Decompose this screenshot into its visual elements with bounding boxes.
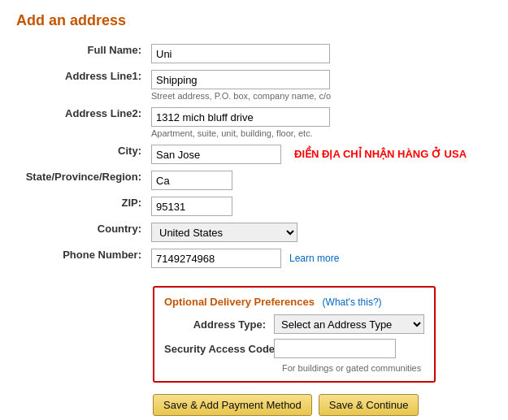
address-line2-hint: Apartment, suite, unit, building, floor,…	[151, 128, 487, 138]
zip-input[interactable]	[151, 197, 232, 216]
security-code-hint: For buildings or gated communities	[282, 363, 424, 373]
full-name-label: Full Name:	[16, 41, 146, 67]
security-code-label: Security Access Code:	[164, 343, 274, 355]
address-type-select[interactable]: Select an Address Type	[274, 314, 424, 334]
optional-delivery-box: Optional Delivery Preferences (What's th…	[153, 286, 436, 383]
save-continue-button[interactable]: Save & Continue	[319, 394, 419, 416]
full-name-input[interactable]	[151, 44, 330, 63]
save-add-payment-button[interactable]: Save & Add Payment Method	[153, 394, 312, 416]
address-line1-hint: Street address, P.O. box, company name, …	[151, 91, 487, 101]
address-type-row: Address Type: Select an Address Type	[164, 314, 424, 334]
whats-this-link[interactable]: (What's this?)	[323, 297, 382, 308]
annotation-usa: ĐIỀN ĐỊA CHỈ NHẬN HÀNG Ở USA	[294, 148, 467, 162]
security-code-input[interactable]	[274, 339, 396, 358]
city-input[interactable]	[151, 145, 281, 164]
security-code-row: Security Access Code:	[164, 339, 424, 358]
buttons-row: Save & Add Payment Method Save & Continu…	[153, 394, 492, 416]
city-label: City:	[16, 141, 146, 167]
address-type-label: Address Type:	[164, 318, 274, 331]
phone-label: Phone Number:	[16, 245, 146, 271]
state-label: State/Province/Region:	[16, 167, 146, 193]
optional-title: Optional Delivery Preferences (What's th…	[164, 296, 424, 308]
address-line1-label: Address Line1:	[16, 67, 146, 104]
country-select[interactable]: United States	[151, 223, 297, 242]
page-title: Add an address	[16, 12, 492, 29]
state-input[interactable]	[151, 171, 232, 190]
address-line1-input[interactable]	[151, 70, 330, 89]
zip-label: ZIP:	[16, 193, 146, 219]
country-label: Country:	[16, 219, 146, 245]
address-line2-label: Address Line2:	[16, 104, 146, 141]
phone-input[interactable]	[151, 249, 281, 268]
address-line2-input[interactable]	[151, 107, 330, 127]
address-form: Full Name: Address Line1: Street address…	[16, 41, 492, 271]
learn-more-link[interactable]: Learn more	[289, 253, 339, 264]
